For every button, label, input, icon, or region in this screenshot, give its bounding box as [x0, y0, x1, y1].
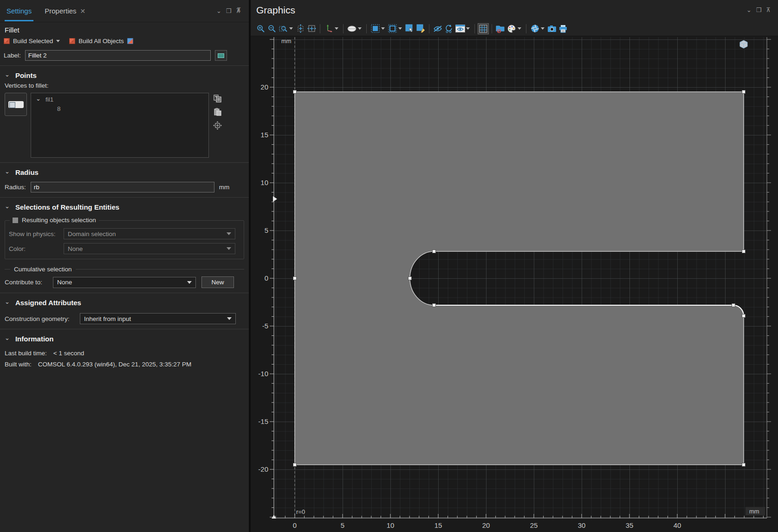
zoom-out-icon[interactable]: [266, 23, 278, 34]
axis-orientation-icon[interactable]: [323, 23, 334, 34]
y-axis-unit: mm: [281, 38, 292, 45]
contribute-to-value: None: [57, 279, 72, 286]
label-input[interactable]: [25, 50, 211, 61]
select-box-icon[interactable]: [404, 23, 415, 34]
view-visibility-icon[interactable]: [454, 23, 466, 34]
graphics-title: Graphics: [256, 5, 295, 16]
select-lasso-icon[interactable]: [415, 23, 426, 34]
close-icon[interactable]: ✕: [80, 7, 86, 15]
svg-text:-20: -20: [258, 465, 268, 473]
section-radius-header[interactable]: ⌄ Radius: [5, 167, 244, 179]
print-icon[interactable]: [558, 23, 569, 34]
select-domains-icon[interactable]: [370, 23, 381, 34]
image-snapshot-icon[interactable]: [546, 23, 558, 34]
section-selections-header[interactable]: ⌄ Selections of Resulting Entities: [5, 201, 244, 214]
zoom-to-selection-icon[interactable]: [213, 121, 222, 130]
radius-unit: mm: [219, 184, 230, 191]
chevron-down-icon: [227, 247, 231, 250]
palette-caret-icon[interactable]: [518, 27, 521, 30]
section-radius: ⌄ Radius Radius: mm: [0, 162, 249, 197]
section-attributes-header[interactable]: ⌄ Assigned Attributes: [5, 297, 244, 309]
zoom-extents-icon[interactable]: [295, 23, 306, 34]
graphics-header: ⊼ Graphics ⌄ ❒ ⊼: [251, 0, 778, 21]
color-combo[interactable]: None: [64, 243, 235, 254]
maximize-icon[interactable]: ❒: [226, 7, 232, 14]
grid-toggle-icon[interactable]: [478, 23, 489, 34]
resulting-objects-checkbox[interactable]: [13, 218, 18, 223]
create-selection-button[interactable]: [215, 50, 227, 61]
scene-light-caret-icon[interactable]: [358, 27, 362, 30]
chevron-down-icon: [227, 317, 232, 320]
last-build-time-label: Last build time:: [5, 350, 47, 357]
collapse-chevron-icon: ⌄: [5, 71, 10, 78]
built-with-row: Built with: COMSOL 6.4.0.293 (win64), De…: [5, 361, 244, 368]
construction-geometry-label: Construction geometry:: [5, 315, 80, 322]
scene-light-icon[interactable]: [346, 23, 357, 34]
radius-input[interactable]: [31, 182, 214, 192]
pin-icon[interactable]: ⊼: [237, 6, 241, 13]
build-selected-button[interactable]: Build Selected: [13, 38, 53, 45]
color-palette-icon[interactable]: [506, 23, 517, 34]
svg-text:-5: -5: [262, 322, 268, 330]
section-points-header[interactable]: ⌄ Points: [5, 70, 244, 82]
vertices-list[interactable]: ⌄ fil1 8: [31, 93, 209, 158]
hide-objects-icon[interactable]: [432, 23, 443, 34]
build-toolbar: Build Selected Build All Objects: [0, 35, 249, 48]
maximize-icon[interactable]: ❒: [756, 6, 762, 13]
tab-properties[interactable]: Properties ✕: [38, 0, 92, 22]
reset-hiding-icon[interactable]: [443, 23, 454, 34]
create-selection-icon: [218, 53, 224, 58]
tree-node-fil1-label: fil1: [45, 96, 53, 103]
contribute-to-label: Contribute to:: [5, 279, 53, 286]
show-in-physics-combo[interactable]: Domain selection: [64, 228, 235, 239]
tree-node-vertex[interactable]: 8: [31, 104, 208, 112]
selection-active-toggle[interactable]: [5, 93, 27, 116]
build-all-icon: [69, 38, 75, 44]
cumulative-selection-label: Cumulative selection: [14, 266, 72, 273]
go-to-default-view-icon[interactable]: [306, 23, 317, 34]
new-button[interactable]: New: [201, 276, 234, 288]
zoom-menu-caret-icon[interactable]: [289, 27, 293, 30]
suppress-objects-icon[interactable]: [495, 23, 506, 34]
contribute-to-combo[interactable]: None: [53, 277, 196, 288]
svg-text:25: 25: [530, 521, 538, 529]
svg-text:30: 30: [578, 521, 586, 529]
node-title: Fillet: [0, 22, 249, 35]
graphics-canvas[interactable]: 051015202530354020151050-5-10-15-20 mm m…: [251, 36, 778, 532]
cumulative-selection-divider: Cumulative selection: [5, 266, 244, 273]
paste-selection-icon[interactable]: [213, 107, 222, 116]
show-in-physics-value: Domain selection: [68, 231, 116, 237]
scene-caret-icon[interactable]: [541, 27, 545, 30]
tab-settings[interactable]: Settings: [0, 0, 38, 22]
svg-text:10: 10: [387, 521, 395, 529]
section-selections: ⌄ Selections of Resulting Entities Resul…: [0, 197, 249, 293]
chevron-down-icon: [227, 232, 231, 235]
section-information-header[interactable]: ⌄ Information: [5, 333, 244, 346]
selection-list-tools: [213, 93, 222, 158]
axis-menu-caret-icon[interactable]: [335, 27, 338, 30]
zoom-in-icon[interactable]: [255, 23, 266, 34]
copy-selection-icon[interactable]: [213, 94, 222, 103]
svg-text:-10: -10: [258, 370, 268, 378]
section-attributes: ⌄ Assigned Attributes Construction geome…: [0, 293, 249, 329]
scene-environment-icon[interactable]: [529, 23, 540, 34]
tree-node-fil1[interactable]: ⌄ fil1: [31, 95, 208, 104]
build-preceding-icon[interactable]: [127, 38, 133, 44]
build-selected-caret-icon[interactable]: [56, 40, 60, 42]
built-with-value: COMSOL 6.4.0.293 (win64), Dec 21, 2025, …: [38, 361, 191, 368]
svg-text:0: 0: [265, 274, 268, 282]
select-domains-caret-icon[interactable]: [381, 27, 385, 30]
tree-expand-chevron-icon[interactable]: ⌄: [36, 95, 41, 102]
collapse-chevron-icon: ⌄: [5, 334, 10, 341]
chevron-down-icon[interactable]: ⌄: [746, 6, 752, 13]
view-cube-icon[interactable]: [740, 40, 747, 48]
svg-text:35: 35: [626, 521, 634, 529]
build-all-objects-button[interactable]: Build All Objects: [78, 38, 124, 45]
construction-geometry-combo[interactable]: Inherit from input: [80, 313, 236, 324]
chevron-down-icon[interactable]: ⌄: [216, 7, 221, 14]
view-menu-caret-icon[interactable]: [466, 27, 470, 30]
zoom-box-icon[interactable]: [278, 23, 289, 34]
pin-icon[interactable]: ⊼: [766, 6, 771, 13]
select-boundaries-caret-icon[interactable]: [398, 27, 402, 30]
select-boundaries-icon[interactable]: [387, 23, 398, 34]
